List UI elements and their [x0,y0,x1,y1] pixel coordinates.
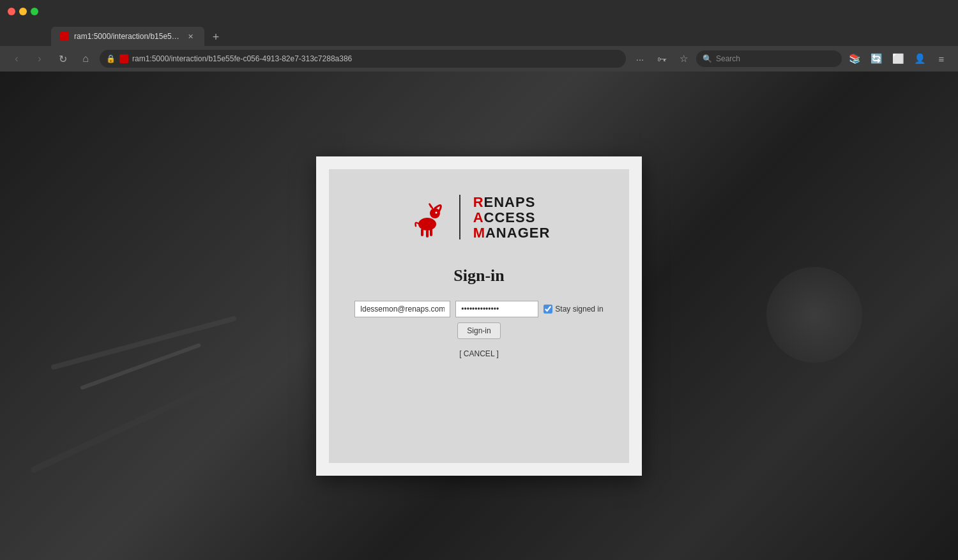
svg-point-0 [418,218,436,231]
forward-icon: › [38,53,41,64]
library-button[interactable]: 📚 [846,50,863,68]
svg-rect-3 [426,230,429,238]
profile-button[interactable]: 👤 [911,50,929,68]
signin-button[interactable]: Sign-in [457,322,500,339]
bg-decoration-4 [766,267,862,363]
star-icon: ☆ [680,53,688,64]
pocket-button[interactable]: 🗝 [653,50,671,68]
ram-logo-icon [408,195,446,240]
bg-decoration-1 [50,315,237,370]
bookmark-button[interactable]: ☆ [674,50,692,68]
tab-title: ram1:5000/interaction/b15e55fe-c [74,32,180,41]
security-icon: 🔒 [106,54,116,63]
new-tab-button[interactable]: + [207,28,225,46]
tab-view-icon: ⬜ [892,53,904,64]
nav-right-icons: ··· 🗝 ☆ 🔍 Search 📚 🔄 ⬜ 👤 [631,50,950,68]
pocket-icon: 🗝 [657,54,667,64]
sync-button[interactable]: 🔄 [867,50,885,68]
address-favicon [119,54,128,63]
browser-chrome: ram1:5000/interaction/b15e55fe-c ✕ + ‹ ›… [0,0,958,72]
logo-divider [459,195,460,239]
page-content: RRENAPSENAPS ACCESS MANAGER Sign-in [0,72,958,560]
cancel-link[interactable]: [ CANCEL ] [459,349,499,358]
logo-letter-r: R [473,195,484,210]
maximize-button[interactable] [31,8,38,15]
search-box[interactable]: 🔍 Search [696,50,842,67]
search-icon: 🔍 [703,54,712,63]
password-input[interactable] [455,301,538,317]
back-button[interactable]: ‹ [8,50,26,68]
profile-icon: 👤 [914,53,926,64]
sync-icon: 🔄 [871,53,883,64]
bg-decoration-2 [80,343,201,390]
stay-signed-text: Stay signed in [555,305,603,314]
nav-bar: ‹ › ↻ ⌂ 🔒 ram1:5000/interaction/b15e55fe… [0,46,958,72]
svg-point-1 [430,208,440,218]
close-button[interactable] [8,8,15,15]
bg-decoration-3 [30,359,264,473]
tab-favicon [60,32,69,41]
form-row: Stay signed in Sign-in [348,301,610,339]
address-bar[interactable]: 🔒 ram1:5000/interaction/b15e55fe-c056-49… [100,50,626,68]
ellipsis-icon: ··· [636,54,644,64]
logo-letter-a: A [473,210,484,225]
library-icon: 📚 [849,53,861,64]
home-icon: ⌂ [82,53,89,64]
logo-letter-m: M [473,225,485,241]
email-input[interactable] [354,301,450,317]
title-bar [0,0,958,23]
active-tab[interactable]: ram1:5000/interaction/b15e55fe-c ✕ [51,27,204,46]
stay-signed-label: Stay signed in [544,305,603,314]
minimize-button[interactable] [19,8,27,15]
menu-button[interactable]: ≡ [932,50,950,68]
logo-line-1: RRENAPSENAPS [473,195,551,210]
reload-icon: ↻ [59,53,67,65]
back-icon: ‹ [15,53,18,64]
stay-signed-checkbox[interactable] [544,305,552,314]
svg-rect-2 [421,229,423,236]
logo-text: RRENAPSENAPS ACCESS MANAGER [473,195,551,241]
url-text: ram1:5000/interaction/b15e55fe-c056-4913… [132,54,620,63]
logo-line-3: MANAGER [473,225,551,241]
tab-bar: ram1:5000/interaction/b15e55fe-c ✕ + [0,23,958,46]
logo-line-2: ACCESS [473,210,551,225]
traffic-lights [8,8,38,15]
forward-button[interactable]: › [31,50,49,68]
tab-close-button[interactable]: ✕ [185,31,195,42]
hamburger-icon: ≡ [939,54,945,64]
home-button[interactable]: ⌂ [77,50,95,68]
svg-point-5 [435,211,437,213]
login-dialog: RRENAPSENAPS ACCESS MANAGER Sign-in [316,156,642,476]
reload-button[interactable]: ↻ [54,50,72,68]
dialog-inner: RRENAPSENAPS ACCESS MANAGER Sign-in [329,169,629,463]
tab-view-button[interactable]: ⬜ [889,50,907,68]
signin-heading: Sign-in [453,266,505,285]
more-options-button[interactable]: ··· [631,50,649,68]
logo-container: RRENAPSENAPS ACCESS MANAGER [408,195,551,241]
svg-rect-4 [430,229,432,236]
search-placeholder-text: Search [716,54,740,63]
